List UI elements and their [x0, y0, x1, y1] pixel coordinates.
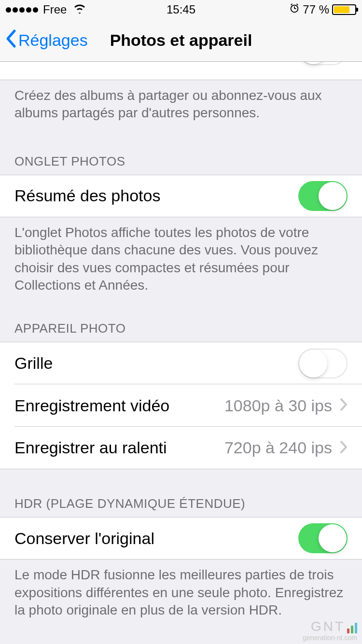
toggle-switch[interactable] [298, 181, 348, 211]
signal-strength-icon [6, 7, 38, 13]
svg-line-3 [291, 4, 292, 5]
page-title: Photos et appareil [110, 31, 252, 50]
battery-percentage: 77 % [303, 3, 329, 16]
watermark: GNT generation-nt.com [303, 620, 357, 641]
row-video-recording[interactable]: Enregistrement vidéo 1080p à 30 ips [0, 384, 362, 427]
carrier-label: Free [43, 3, 67, 16]
row-label: Grille [14, 354, 298, 373]
alarm-icon [289, 3, 300, 16]
status-time: 15:45 [167, 3, 195, 16]
section-header-photos-tab: ONGLET PHOTOS [0, 122, 362, 175]
row-photo-summary[interactable]: Résumé des photos [0, 175, 362, 217]
section-header-camera: APPAREIL PHOTO [0, 294, 362, 342]
watermark-sub: generation-nt.com [303, 634, 357, 641]
back-label: Réglages [18, 31, 88, 50]
row-keep-original[interactable]: Conserver l'original [0, 517, 362, 560]
status-bar: Free 15:45 77 % [0, 0, 362, 19]
status-right: 77 % [289, 3, 356, 16]
hdr-footer: Le mode HDR fusionne les meilleures part… [0, 560, 362, 619]
back-button[interactable]: Réglages [5, 29, 88, 52]
watermark-bars-icon [347, 623, 357, 633]
toggle-switch[interactable] [298, 349, 348, 378]
nav-bar: Réglages Photos et appareil [0, 19, 362, 62]
row-value: 1080p à 30 ips [224, 396, 332, 415]
wifi-icon [72, 3, 87, 16]
toggle-switch[interactable] [298, 62, 348, 65]
photos-tab-footer: L'onglet Photos affiche toutes les photo… [0, 217, 362, 294]
row-value: 720p à 240 ips [224, 438, 332, 457]
svg-line-4 [297, 4, 298, 5]
chevron-right-icon [340, 398, 348, 413]
watermark-brand: GNT [311, 620, 345, 633]
row-label: Enregistrement vidéo [14, 396, 224, 415]
row-label: Résumé des photos [14, 186, 298, 205]
shared-albums-footer: Créez des albums à partager ou abonnez-v… [0, 80, 362, 122]
chevron-right-icon [340, 440, 348, 456]
row-slomo-recording[interactable]: Enregistrer au ralenti 720p à 240 ips [0, 427, 362, 469]
row-label: Enregistrer au ralenti [14, 438, 224, 457]
status-left: Free [6, 3, 87, 16]
toggle-switch[interactable] [298, 523, 348, 553]
row-label: Conserver l'original [14, 529, 298, 548]
chevron-left-icon [5, 29, 17, 52]
section-header-hdr: HDR (PLAGE DYNAMIQUE ÉTENDUE) [0, 469, 362, 517]
content: Créez des albums à partager ou abonnez-v… [0, 62, 362, 644]
partial-row[interactable] [0, 62, 362, 80]
row-grid[interactable]: Grille [0, 342, 362, 384]
battery-icon [332, 4, 356, 15]
